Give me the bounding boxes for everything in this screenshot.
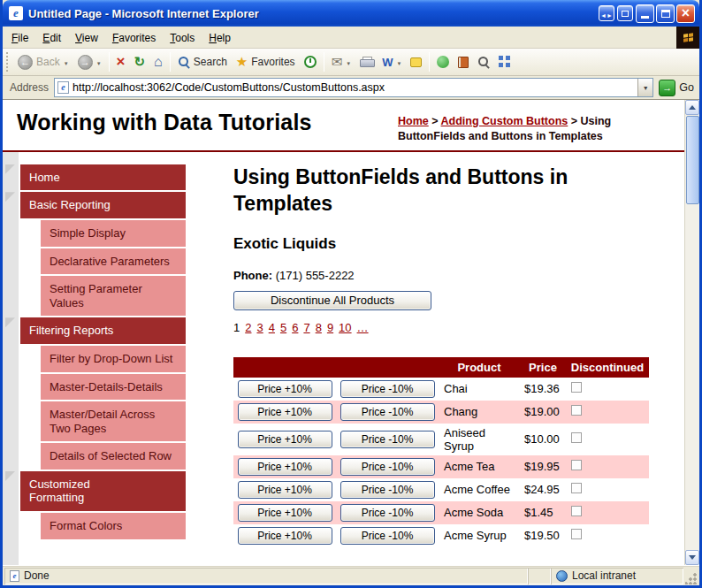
toolbar-grip[interactable] <box>6 52 10 72</box>
price-up-cell: Price +10% <box>233 524 336 547</box>
pager-page-link[interactable]: 2 <box>245 321 251 334</box>
breadcrumb-link[interactable]: Adding Custom Buttons <box>441 115 568 127</box>
price-down-button[interactable]: Price -10% <box>340 458 435 476</box>
close-button[interactable] <box>676 4 695 23</box>
price-up-button[interactable]: Price +10% <box>238 403 332 421</box>
price-up-button[interactable]: Price +10% <box>238 431 332 448</box>
pager-page-link[interactable]: 8 <box>316 321 322 334</box>
menu-item-view[interactable]: View <box>68 28 105 48</box>
discuss-button[interactable] <box>406 55 426 70</box>
windows-logo <box>676 27 699 49</box>
back-button[interactable]: Back <box>13 52 73 73</box>
sidebar-item-format-colors[interactable]: Format Colors <box>41 513 186 539</box>
pager-page-link[interactable]: 5 <box>280 321 286 334</box>
mail-button[interactable] <box>327 51 356 73</box>
price-down-button[interactable]: Price -10% <box>340 504 435 522</box>
discontinued-checkbox[interactable] <box>571 432 582 443</box>
research-button[interactable] <box>454 54 473 71</box>
price-down-button[interactable]: Price -10% <box>340 527 435 545</box>
menu-item-help[interactable]: Help <box>202 28 238 48</box>
sidebar-item-master-detail-across-two-pages[interactable]: Master/Detail Across Two Pages <box>41 401 186 441</box>
sidebar-item-basic-reporting[interactable]: Basic Reporting <box>20 192 186 218</box>
sidebar-item-simple-display[interactable]: Simple Display <box>41 220 186 247</box>
page-body: HomeBasic ReportingSimple DisplayDeclara… <box>3 152 684 565</box>
resize-grip[interactable] <box>685 572 698 584</box>
sidebar-item-declarative-parameters[interactable]: Declarative Parameters <box>41 248 186 275</box>
menu-item-favorites[interactable]: Favorites <box>105 28 163 48</box>
discontinued-checkbox[interactable] <box>571 529 582 539</box>
sidebar-item-label: Master-Details-Details <box>50 380 163 393</box>
scroll-up-button[interactable] <box>685 100 699 115</box>
pager-page-link[interactable]: 7 <box>303 321 309 334</box>
vertical-scrollbar[interactable] <box>684 100 699 565</box>
price-down-button[interactable]: Price -10% <box>340 380 435 398</box>
breadcrumb-link[interactable]: Home <box>398 115 429 127</box>
sidebar-nav: HomeBasic ReportingSimple DisplayDeclara… <box>19 152 186 565</box>
pager-page-link[interactable]: 9 <box>327 321 333 334</box>
titlebar-extra-button-arrows[interactable] <box>599 5 614 21</box>
discontinued-checkbox[interactable] <box>571 506 582 516</box>
discontinued-checkbox[interactable] <box>571 460 582 470</box>
pager-page-link[interactable]: 6 <box>292 321 298 334</box>
sidebar-item-filter-by-drop-down-list[interactable]: Filter by Drop-Down List <box>41 346 186 372</box>
pager-page-link[interactable]: 3 <box>256 321 263 334</box>
maximize-button[interactable] <box>656 4 675 23</box>
price-up-button[interactable]: Price +10% <box>238 380 332 398</box>
pager-page-link[interactable]: 4 <box>269 321 275 334</box>
menu-item-edit[interactable]: Edit <box>35 28 68 48</box>
search-button[interactable]: Search <box>173 53 232 71</box>
pager-page-link[interactable]: … <box>357 321 369 334</box>
sidebar-item-filtering-reports[interactable]: Filtering Reports <box>20 317 186 344</box>
price-up-button[interactable]: Price +10% <box>238 527 332 545</box>
discontinued-checkbox[interactable] <box>571 483 582 493</box>
price-up-cell: Price +10% <box>233 424 336 455</box>
close-icon <box>682 5 690 21</box>
title-bar[interactable]: e Untitled Page - Microsoft Internet Exp… <box>3 0 699 27</box>
discontinued-checkbox[interactable] <box>571 405 582 416</box>
links-button[interactable] <box>494 53 515 71</box>
pager-current-page: 1 <box>233 321 240 334</box>
price-column-header: Price <box>520 357 566 378</box>
sidebar-item-customized-formatting[interactable]: Customized Formatting <box>20 471 186 511</box>
discontinue-all-button[interactable]: Discontinue All Products <box>233 291 431 310</box>
sidebar-item-details-of-selected-row[interactable]: Details of Selected Row <box>41 443 186 470</box>
price-down-button[interactable]: Price -10% <box>340 481 435 499</box>
edit-button[interactable] <box>378 53 406 72</box>
price-up-button[interactable]: Price +10% <box>238 504 332 522</box>
sidebar-item-home[interactable]: Home <box>20 164 186 191</box>
scroll-down-button[interactable] <box>685 550 699 565</box>
price-up-button[interactable]: Price +10% <box>238 458 332 476</box>
sidebar-item-label: Details of Selected Row <box>50 449 172 462</box>
sidebar-item-master-details-details[interactable]: Master-Details-Details <box>41 374 186 401</box>
sidebar-item-label: Basic Reporting <box>29 198 111 212</box>
sidebar-item-setting-parameter-values[interactable]: Setting Parameter Values <box>41 276 186 316</box>
print-button[interactable] <box>355 54 378 70</box>
address-input[interactable] <box>69 81 637 94</box>
pager-page-link[interactable]: 10 <box>339 321 351 334</box>
stop-button[interactable] <box>112 52 130 72</box>
home-button[interactable] <box>149 51 167 73</box>
menu-item-file[interactable]: File <box>4 28 35 48</box>
favorites-button[interactable]: Favorites <box>232 51 300 73</box>
address-dropdown-button[interactable] <box>637 79 652 96</box>
left-right-arrows-icon <box>600 5 613 21</box>
refresh-button[interactable] <box>130 51 150 73</box>
minimize-button[interactable] <box>636 4 654 23</box>
sidebar-item-label: Master/Detail Across Two Pages <box>50 408 155 435</box>
price-up-button[interactable]: Price +10% <box>238 481 332 499</box>
discontinued-cell <box>566 524 649 547</box>
pager: 12345678910… <box>233 321 670 334</box>
price-up-cell: Price +10% <box>233 478 336 501</box>
messenger-button[interactable] <box>432 53 454 71</box>
menu-item-tools[interactable]: Tools <box>163 28 202 48</box>
history-button[interactable] <box>300 53 321 71</box>
titlebar-extra-button-box[interactable] <box>617 5 633 21</box>
discontinued-cell <box>566 378 649 401</box>
go-button[interactable]: Go <box>659 80 694 96</box>
find-button[interactable] <box>473 53 494 71</box>
price-down-button[interactable]: Price -10% <box>340 403 435 421</box>
scroll-thumb[interactable] <box>686 116 699 204</box>
discontinued-checkbox[interactable] <box>571 382 582 393</box>
forward-button[interactable] <box>73 52 106 73</box>
price-down-button[interactable]: Price -10% <box>340 431 435 448</box>
